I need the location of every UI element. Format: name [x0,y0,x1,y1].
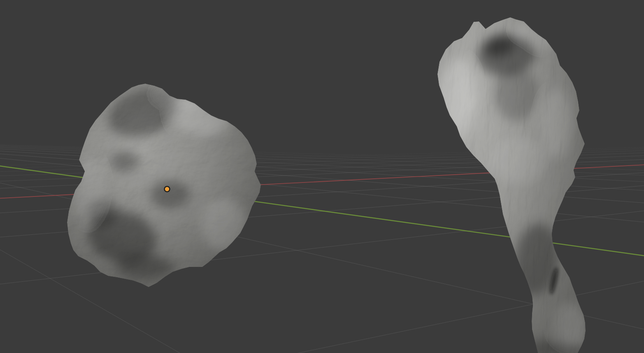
highlight-patch [489,136,546,184]
highlight-patch [201,198,246,251]
highlight-patch [540,89,573,159]
shading-patch [494,67,539,121]
rock-left[interactable] [67,79,261,287]
object-origin-marker[interactable] [165,187,170,192]
shading-patch [111,152,139,171]
rock-right[interactable] [429,17,588,353]
highlight-patch [553,303,586,348]
viewport-canvas[interactable] [0,0,644,353]
shading-patch [116,255,174,278]
3d-viewport[interactable] [0,0,644,353]
shading-patch [150,180,190,208]
